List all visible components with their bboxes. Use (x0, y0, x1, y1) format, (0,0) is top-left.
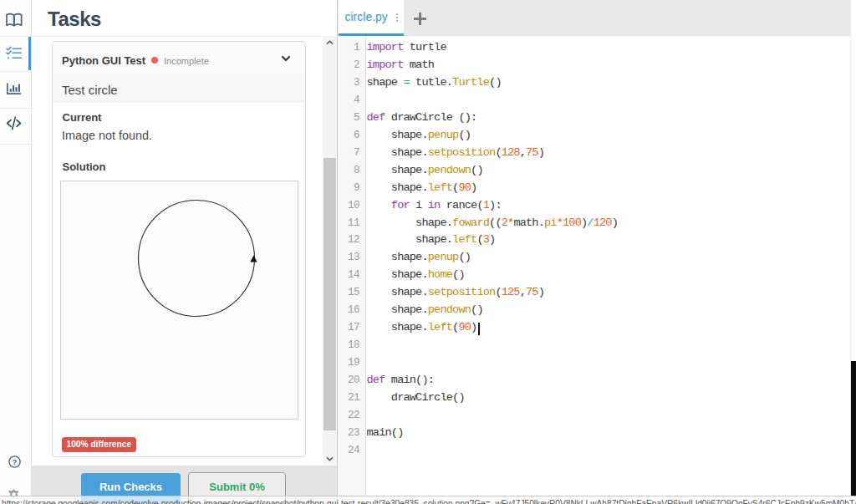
svg-text:?: ? (12, 457, 17, 466)
